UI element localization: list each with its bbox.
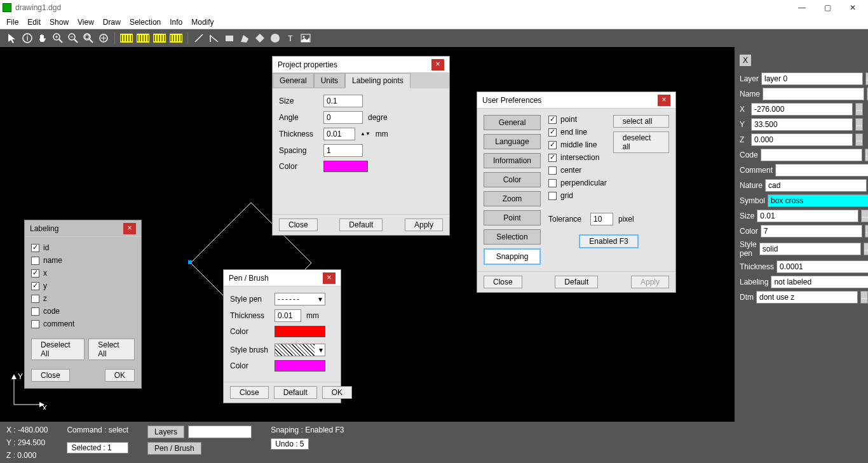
menu-file[interactable]: File (6, 18, 18, 27)
hl4-icon[interactable] (170, 34, 182, 43)
menu-view[interactable]: View (78, 18, 94, 27)
pref-tab-color[interactable]: Color (484, 172, 541, 187)
line-icon[interactable] (193, 32, 205, 44)
menu-modify[interactable]: Modify (191, 18, 214, 27)
default-button[interactable]: Default (339, 218, 383, 231)
more-button[interactable]: ... (855, 118, 863, 131)
image-icon[interactable] (300, 32, 311, 44)
hl2-icon[interactable] (137, 34, 149, 43)
hl1-icon[interactable] (120, 34, 133, 43)
style-brush-select[interactable]: ▾ (275, 344, 325, 356)
prop-style-pen-input[interactable] (759, 243, 861, 255)
checkbox-z[interactable] (31, 295, 39, 303)
prop-size-input[interactable] (757, 210, 858, 222)
tab-labeling-points[interactable]: Labeling points (345, 73, 410, 88)
label-color-swatch[interactable] (323, 161, 368, 172)
rect-icon[interactable] (224, 32, 235, 44)
checkbox-grid[interactable] (548, 192, 557, 200)
close-window-button[interactable]: ✕ (840, 0, 865, 15)
more-button[interactable]: ... (865, 72, 868, 85)
checkbox-perpendicular[interactable] (548, 179, 557, 187)
hand-icon[interactable] (37, 32, 48, 44)
pref-tab-point[interactable]: Point (484, 210, 541, 225)
close-icon[interactable]: × (323, 272, 336, 284)
menu-draw[interactable]: Draw (103, 18, 121, 27)
checkbox-x[interactable] (31, 269, 39, 278)
checkbox-center[interactable] (548, 166, 557, 175)
close-button[interactable]: Close (484, 276, 522, 288)
user-preferences-title[interactable]: User Preferences × (477, 92, 675, 109)
menu-selection[interactable]: Selection (130, 18, 161, 27)
tab-general[interactable]: General (273, 73, 314, 88)
pref-tab-selection[interactable]: Selection (484, 229, 541, 245)
maximize-button[interactable]: ▢ (815, 0, 840, 15)
size-input[interactable] (323, 95, 363, 107)
prop-labeling-input[interactable] (771, 276, 868, 288)
more-button[interactable]: ... (855, 133, 863, 146)
close-icon[interactable]: × (658, 95, 670, 106)
close-button[interactable]: Close (279, 218, 318, 231)
poly-icon[interactable] (239, 32, 250, 44)
diamond-icon[interactable] (254, 32, 266, 44)
thickness-input[interactable] (323, 128, 355, 140)
zoom-fit-icon[interactable] (83, 32, 94, 44)
prop-symbol-input[interactable] (768, 194, 868, 207)
angle-input[interactable] (323, 111, 363, 124)
menu-edit[interactable]: Edit (27, 18, 41, 27)
snapping-enabled-button[interactable]: Enabled F3 (579, 234, 638, 248)
tolerance-input[interactable] (590, 213, 613, 225)
prop-x-input[interactable] (751, 103, 853, 116)
default-button[interactable]: Default (555, 276, 598, 288)
info-circle-icon[interactable]: i (22, 32, 33, 44)
prop-dtm-input[interactable] (756, 291, 858, 304)
ok-button[interactable]: OK (322, 386, 352, 399)
checkbox-code[interactable] (31, 307, 39, 316)
deselect-all-button[interactable]: Deselect All (31, 339, 85, 360)
thickness-input[interactable] (275, 309, 301, 322)
labeling-dialog-title[interactable]: Labeling × (25, 220, 141, 237)
checkbox-end-line[interactable] (548, 128, 557, 137)
close-icon[interactable]: × (431, 59, 444, 70)
hl3-icon[interactable] (153, 34, 166, 43)
prop-y-input[interactable] (751, 118, 853, 131)
pen-brush-button[interactable]: Pen / Brush (147, 442, 201, 455)
more-button[interactable]: ... (860, 291, 868, 304)
prop-thickness-input[interactable] (776, 260, 868, 273)
spacing-input[interactable] (323, 144, 363, 157)
pref-tab-zoom[interactable]: Zoom (484, 191, 541, 206)
zoom-out-icon[interactable] (67, 32, 79, 44)
more-button[interactable]: ... (864, 243, 868, 255)
prop-comment-input[interactable] (775, 164, 868, 177)
cursor-icon[interactable] (6, 32, 18, 44)
pref-tab-language[interactable]: Language (484, 134, 541, 149)
more-button[interactable]: ... (861, 210, 868, 222)
layers-button[interactable]: Layers (147, 426, 184, 438)
prop-nature-input[interactable] (765, 179, 867, 192)
apply-button[interactable]: Apply (631, 276, 669, 288)
checkbox-name[interactable] (31, 257, 39, 265)
checkbox-middle-line[interactable] (548, 141, 557, 149)
prop-color-input[interactable] (761, 225, 862, 238)
brush-color-swatch[interactable] (275, 360, 325, 372)
checkbox-y[interactable] (31, 282, 39, 290)
select-all-button[interactable]: Select All (88, 339, 135, 360)
tab-units[interactable]: Units (314, 73, 345, 88)
default-button[interactable]: Default (274, 386, 317, 399)
text-icon[interactable]: T (285, 32, 296, 44)
project-properties-title[interactable]: Project properties × (273, 57, 449, 73)
pen-brush-title[interactable]: Pen / Brush × (224, 270, 341, 286)
ok-button[interactable]: OK (105, 369, 135, 382)
panel-close-button[interactable]: X (740, 55, 751, 66)
style-pen-select[interactable]: ------▾ (275, 293, 325, 305)
pref-tab-general[interactable]: General (484, 115, 541, 130)
pref-tab-information[interactable]: Information (484, 153, 541, 168)
apply-button[interactable]: Apply (405, 218, 443, 231)
layers-select[interactable]: layer 0▾ (188, 426, 252, 438)
zoom-extent-icon[interactable] (98, 32, 109, 44)
checkbox-comment[interactable] (31, 320, 39, 328)
checkbox-id[interactable] (31, 244, 39, 252)
prop-z-input[interactable] (751, 133, 853, 146)
zoom-in-icon[interactable] (52, 32, 64, 44)
prop-layer-input[interactable] (761, 72, 863, 85)
more-button[interactable]: ... (855, 103, 863, 116)
